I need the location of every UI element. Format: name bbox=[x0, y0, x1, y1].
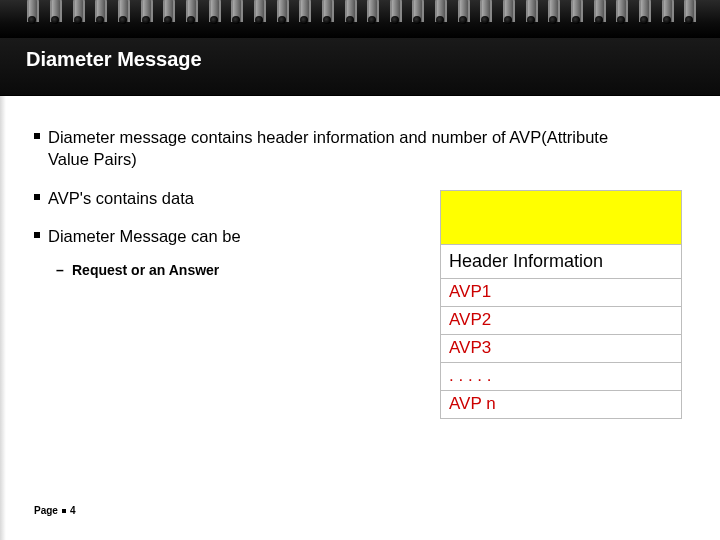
ring-icon bbox=[389, 0, 399, 26]
bullet-text: Diameter Message can be bbox=[48, 227, 241, 245]
ring-icon bbox=[366, 0, 376, 26]
diagram-avp-row: AVP n bbox=[441, 391, 681, 418]
ring-icon bbox=[525, 0, 535, 26]
slide: Diameter Message Diameter message contai… bbox=[0, 0, 720, 540]
footer-page-label: Page bbox=[34, 505, 58, 516]
ring-icon bbox=[411, 0, 421, 26]
ring-icon bbox=[434, 0, 444, 26]
diagram-avp-row: AVP1 bbox=[441, 279, 681, 307]
diagram-avp-row: AVP2 bbox=[441, 307, 681, 335]
content-area: Diameter message contains header informa… bbox=[0, 96, 720, 540]
ring-icon bbox=[94, 0, 104, 26]
ring-icon bbox=[570, 0, 580, 26]
ring-icon bbox=[49, 0, 59, 26]
ring-icon bbox=[26, 0, 36, 26]
diagram-avp-row: AVP3 bbox=[441, 335, 681, 363]
ring-icon bbox=[593, 0, 603, 26]
ring-icon bbox=[547, 0, 557, 26]
ring-icon bbox=[140, 0, 150, 26]
square-bullet-icon bbox=[62, 509, 66, 513]
spiral-binding bbox=[0, 0, 720, 38]
ring-icon bbox=[661, 0, 671, 26]
ring-icon bbox=[479, 0, 489, 26]
ring-icon bbox=[72, 0, 82, 26]
ring-icon bbox=[615, 0, 625, 26]
footer-page-number: 4 bbox=[70, 505, 76, 516]
ring-icon bbox=[230, 0, 240, 26]
diagram-ellipsis-row: . . . . . bbox=[441, 363, 681, 391]
page-title: Diameter Message bbox=[26, 48, 694, 71]
ring-icon bbox=[457, 0, 467, 26]
diagram-header-row: Header Information bbox=[441, 245, 681, 279]
title-bar: Diameter Message bbox=[0, 38, 720, 96]
ring-icon bbox=[276, 0, 286, 26]
ring-icon bbox=[117, 0, 127, 26]
ring-icon bbox=[683, 0, 693, 26]
diagram-yellow-block bbox=[441, 191, 681, 245]
ring-icon bbox=[502, 0, 512, 26]
page-footer: Page 4 bbox=[34, 505, 75, 516]
ring-icon bbox=[298, 0, 308, 26]
message-structure-diagram: Header Information AVP1 AVP2 AVP3 . . . … bbox=[440, 190, 682, 419]
bullet-item: Diameter message contains header informa… bbox=[34, 126, 634, 171]
ring-icon bbox=[208, 0, 218, 26]
ring-icon bbox=[321, 0, 331, 26]
ring-icon bbox=[162, 0, 172, 26]
ring-icon bbox=[344, 0, 354, 26]
ring-icon bbox=[638, 0, 648, 26]
ring-icon bbox=[253, 0, 263, 26]
ring-icon bbox=[185, 0, 195, 26]
